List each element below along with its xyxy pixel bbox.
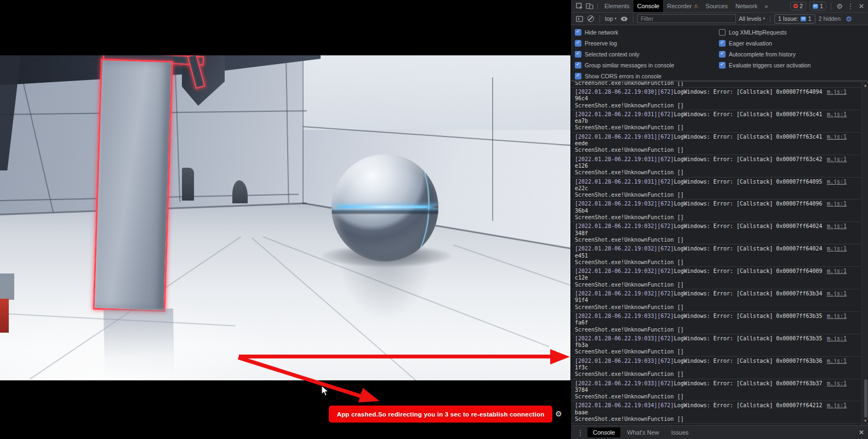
source-link[interactable]: m.js:1 (827, 358, 847, 364)
log-entry[interactable]: ScreenShot.exe!UnknownFunction [] (571, 81, 861, 87)
checkbox[interactable] (719, 62, 726, 69)
source-link[interactable]: m.js:1 (827, 89, 847, 95)
log-message: [2022.01.28-06.22.19:031][672]LogWindows… (575, 156, 827, 176)
log-entry[interactable]: [2022.01.28-06.22.19:031][672]LogWindows… (571, 177, 861, 199)
source-link[interactable]: m.js:1 (827, 134, 847, 140)
checkbox[interactable] (719, 40, 726, 47)
live-expression-eye-icon[interactable] (619, 14, 629, 24)
source-link[interactable]: m.js:1 (827, 380, 847, 387)
inspect-icon[interactable] (574, 1, 584, 11)
devtools-tab[interactable]: Sources (702, 0, 732, 12)
crash-banner: App crashed.So redirecting you in 3 sec … (329, 406, 552, 423)
console-sidebar-icon[interactable] (574, 14, 584, 24)
devtools-tab[interactable]: Network (732, 0, 761, 12)
settings-column-left: Hide network Preserve log Selected conte… (575, 28, 719, 81)
log-entry[interactable]: [2022.01.28-06.22.19:033][672]LogWindows… (571, 334, 861, 356)
log-entry[interactable]: [2022.01.28-06.22.19:030][672]LogWindows… (571, 87, 861, 110)
source-link[interactable]: m.js:1 (827, 313, 847, 320)
log-message: [2022.01.28-06.22.19:033][672]LogWindows… (575, 358, 827, 378)
drawer-tab[interactable]: Console (587, 427, 620, 437)
console-settings-gear-icon[interactable]: ⚙ (844, 14, 854, 24)
corner-red-box (0, 299, 9, 333)
close-drawer-icon[interactable]: ✕ (859, 429, 864, 436)
log-message: [2022.01.28-06.22.19:032][672]LogWindows… (575, 246, 827, 266)
screen: App crashed.So redirecting you in 3 sec … (0, 0, 868, 439)
console-setting[interactable]: Show CORS errors in console (575, 72, 719, 80)
source-link[interactable]: m.js:1 (827, 335, 847, 342)
gear-icon[interactable]: ⚙ (555, 409, 562, 418)
distant-slab (182, 168, 194, 201)
drawer-tab[interactable]: Issues (666, 427, 694, 437)
message-count-badge[interactable]: 1 (809, 2, 826, 10)
source-link[interactable]: m.js:1 (827, 201, 847, 207)
scroll-down-icon[interactable]: ▼ (864, 418, 866, 424)
log-entry[interactable]: [2022.01.28-06.22.19:032][672]LogWindows… (571, 221, 861, 244)
log-message: [2022.01.28-06.22.19:033][672]LogWindows… (575, 380, 827, 401)
checkbox[interactable] (575, 40, 581, 47)
log-entry[interactable]: [2022.01.28-06.22.19:032][672]LogWindows… (571, 244, 861, 266)
log-entry[interactable]: [2022.01.28-06.22.19:031][672]LogWindows… (571, 132, 861, 155)
source-link[interactable]: m.js:1 (827, 179, 847, 185)
close-devtools-icon[interactable]: ✕ (856, 1, 866, 11)
devtools-tab[interactable]: Console (633, 0, 663, 12)
clear-console-icon[interactable] (586, 14, 596, 24)
log-entry[interactable]: [2022.01.28-06.22.19:032][672]LogWindows… (571, 199, 861, 221)
log-entry[interactable]: [2022.01.28-06.22.19:031][672]LogWindows… (571, 155, 861, 177)
menu-dots-icon[interactable]: ⋮ (846, 1, 855, 11)
checkbox[interactable] (575, 51, 581, 58)
log-entry[interactable]: [2022.01.28-06.22.19:033][672]LogWindows… (571, 356, 861, 379)
checkbox[interactable] (719, 29, 726, 36)
drawer-menu-dots-icon[interactable]: ⋮ (575, 427, 585, 437)
log-entry[interactable]: [2022.01.28-06.22.19:032][672]LogWindows… (571, 289, 861, 311)
devtools-tab[interactable]: Recorder⚠ (663, 0, 701, 12)
annotation-arrowhead (550, 349, 570, 364)
log-message: [2022.01.28-06.22.19:031][672]LogWindows… (575, 111, 827, 132)
scrollbar[interactable]: ▲ ▼ (861, 81, 868, 425)
source-link[interactable]: m.js:1 (827, 156, 847, 163)
console-setting[interactable]: Preserve log (575, 39, 719, 47)
source-link[interactable]: m.js:1 (827, 402, 847, 409)
checkbox[interactable] (575, 62, 581, 69)
console-setting[interactable]: Eager evaluation (719, 39, 868, 47)
error-count-badge[interactable]: 2 (790, 2, 806, 10)
checkbox[interactable] (719, 51, 726, 58)
source-link[interactable]: m.js:1 (827, 268, 847, 275)
source-link[interactable]: m.js:1 (827, 290, 847, 297)
mouse-cursor (321, 385, 329, 397)
console-setting[interactable]: Evaluate triggers user activation (719, 61, 868, 69)
console-setting[interactable]: Hide network (575, 28, 719, 36)
selected-pillar[interactable] (93, 59, 173, 312)
checkbox[interactable] (575, 29, 581, 36)
scrollbar-thumb[interactable] (864, 379, 867, 418)
device-toolbar-icon[interactable] (585, 1, 595, 11)
checkbox[interactable] (575, 73, 581, 79)
chrome-sphere[interactable] (332, 154, 438, 261)
log-entry[interactable]: [2022.01.28-06.22.19:033][672]LogWindows… (571, 311, 861, 334)
game-viewport[interactable] (0, 55, 570, 380)
console-setting[interactable]: Autocomplete from history (719, 50, 868, 58)
console-setting[interactable]: Log XMLHttpRequests (719, 28, 868, 36)
log-entry[interactable]: [2022.01.28-06.22.19:034][672]LogWindows… (571, 401, 861, 423)
log-entry[interactable]: [2022.01.28-06.22.19:031][672]LogWindows… (571, 110, 861, 132)
console-setting[interactable]: Group similar messages in console (575, 61, 719, 69)
issues-counter[interactable]: 1 Issue:1 (774, 14, 815, 24)
source-link[interactable]: m.js:1 (827, 111, 847, 118)
context-selector[interactable]: top▾ (604, 15, 618, 22)
log-entry[interactable]: [2022.01.28-06.22.19:032][672]LogWindows… (571, 266, 861, 289)
setting-label: Preserve log (585, 40, 617, 47)
filter-input[interactable] (637, 14, 736, 23)
scroll-up-icon[interactable]: ▲ (864, 82, 866, 89)
devtools-tab[interactable]: Elements (601, 0, 633, 12)
settings-column-right: Log XMLHttpRequests Eager evaluation Aut… (719, 28, 868, 81)
source-link[interactable]: m.js:1 (827, 246, 847, 252)
source-link[interactable]: m.js:1 (827, 223, 847, 230)
log-entry[interactable]: [2022.01.28-06.22.19:033][672]LogWindows… (571, 379, 861, 401)
error-icon (793, 4, 798, 8)
console-setting[interactable]: Selected context only (575, 50, 719, 58)
log-levels-dropdown[interactable]: All levels▾ (738, 15, 766, 22)
log-message: ScreenShot.exe!UnknownFunction [] (575, 81, 847, 87)
drawer-tab[interactable]: What's New (621, 427, 664, 437)
log-message: [2022.01.28-06.22.19:030][672]LogWindows… (575, 89, 827, 109)
settings-gear-icon[interactable]: ⚙ (835, 1, 844, 11)
more-tabs-icon[interactable]: » (762, 3, 770, 9)
